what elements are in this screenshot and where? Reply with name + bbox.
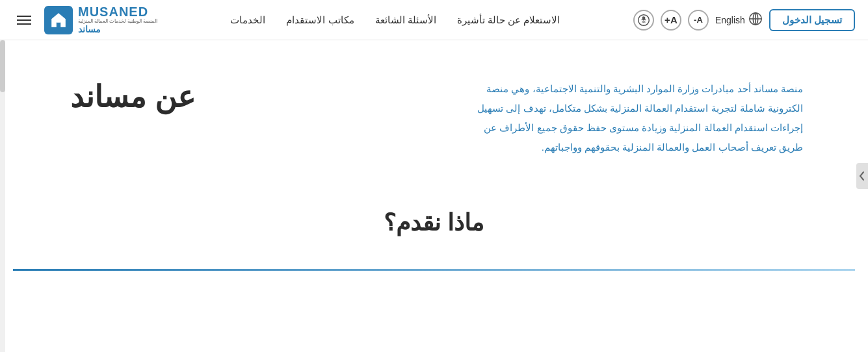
about-title: عن مساند <box>65 79 195 114</box>
main-header: تسجيل الدخول English A- A+ <box>0 0 868 40</box>
nav-item-faq[interactable]: الأسئلة الشائعة <box>375 14 436 26</box>
header-right: MUSANED المنصة الوطنية لخدمات العمالة ال… <box>13 5 157 34</box>
logo-name-ar: مساند <box>78 25 101 34</box>
logo-icon-box <box>44 6 73 34</box>
nav-item-recruitment[interactable]: مكاتب الاستقدام <box>286 14 354 26</box>
nav-item-services[interactable]: الخدمات <box>230 14 265 26</box>
about-title-area: عن مساند <box>65 79 195 114</box>
language-switcher[interactable]: English <box>715 12 763 28</box>
login-button[interactable]: تسجيل الدخول <box>769 9 855 31</box>
side-arrow[interactable] <box>856 163 868 189</box>
globe-icon <box>748 12 763 28</box>
accessibility-button[interactable] <box>633 10 654 31</box>
offer-section: ماذا نقدم؟ <box>13 183 855 256</box>
font-increase-button[interactable]: A+ <box>661 10 681 31</box>
scroll-indicator <box>0 40 5 271</box>
language-label: English <box>715 15 745 25</box>
nav-item-visa[interactable]: الاستعلام عن حالة تأشيرة <box>457 14 560 26</box>
hamburger-line <box>17 19 31 21</box>
scroll-thumb <box>0 40 5 92</box>
main-content: منصة مساند أحد مبادرات وزارة الموارد الب… <box>0 40 868 271</box>
svg-point-5 <box>642 17 644 19</box>
about-text-area: منصة مساند أحد مبادرات وزارة الموارد الب… <box>439 79 803 157</box>
logo-name-en: MUSANED <box>78 5 148 19</box>
about-body-text: منصة مساند أحد مبادرات وزارة الموارد الب… <box>465 79 803 157</box>
bottom-divider <box>13 269 855 271</box>
logo-area: MUSANED المنصة الوطنية لخدمات العمالة ال… <box>44 5 157 34</box>
hamburger-line <box>17 16 31 17</box>
offer-title: ماذا نقدم؟ <box>65 209 803 236</box>
hamburger-button[interactable] <box>13 12 35 29</box>
hamburger-line <box>17 23 31 25</box>
logo-text: MUSANED المنصة الوطنية لخدمات العمالة ال… <box>78 5 157 34</box>
header-left-controls: تسجيل الدخول English A- A+ <box>633 9 855 31</box>
font-decrease-button[interactable]: A- <box>688 10 709 31</box>
about-section: منصة مساند أحد مبادرات وزارة الموارد الب… <box>13 40 855 183</box>
main-nav: الاستعلام عن حالة تأشيرة الأسئلة الشائعة… <box>157 14 633 26</box>
